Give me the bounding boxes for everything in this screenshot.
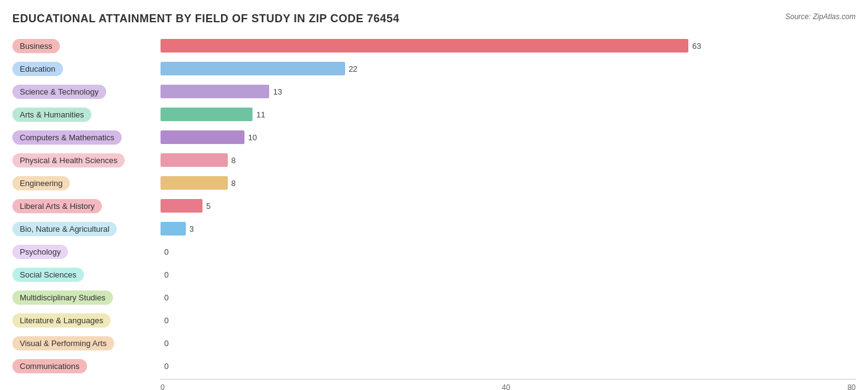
label-pill-communications: Communications — [12, 359, 87, 373]
bar-computers — [161, 130, 244, 144]
label-pill-science: Science & Technology — [12, 85, 106, 99]
label-container-arts-humanities: Arts & Humanities — [12, 108, 161, 122]
bar-value-bio: 3 — [190, 224, 194, 234]
bar-row-science: Science & Technology 13 — [12, 81, 856, 102]
label-container-visual: Visual & Performing Arts — [12, 336, 161, 350]
label-container-multidisciplinary: Multidisciplinary Studies — [12, 290, 161, 305]
x-axis: 04080 — [161, 379, 856, 390]
bar-container-bio: 3 — [161, 218, 856, 239]
bar-container-social: 0 — [161, 264, 856, 285]
bar-container-literature: 0 — [161, 310, 856, 331]
label-pill-social: Social Sciences — [12, 268, 84, 282]
bar-container-business: 63 — [161, 35, 856, 56]
bar-value-social: 0 — [164, 270, 169, 279]
chart-header: EDUCATIONAL ATTAINMENT BY FIELD OF STUDY… — [12, 12, 856, 25]
x-tick-80: 80 — [848, 383, 856, 390]
label-container-education: Education — [12, 62, 161, 76]
label-pill-computers: Computers & Mathematics — [12, 130, 122, 145]
label-container-engineering: Engineering — [12, 176, 161, 190]
bar-container-education: 22 — [161, 58, 856, 79]
bar-education — [161, 62, 345, 75]
bar-value-multidisciplinary: 0 — [164, 293, 169, 302]
bar-physical — [161, 153, 228, 167]
label-pill-literature: Literature & Languages — [12, 313, 111, 328]
bar-value-psychology: 0 — [164, 247, 169, 256]
bar-value-computers: 10 — [248, 133, 257, 142]
chart-title: EDUCATIONAL ATTAINMENT BY FIELD OF STUDY… — [12, 12, 399, 25]
bar-row-computers: Computers & Mathematics 10 — [12, 127, 856, 148]
bar-value-liberal: 5 — [206, 201, 211, 211]
bar-container-multidisciplinary: 0 — [161, 287, 856, 308]
bar-value-arts-humanities: 11 — [256, 110, 265, 119]
bar-container-visual: 0 — [161, 333, 856, 354]
chart-area: Business 63 Education 22 Science & Techn… — [12, 35, 856, 376]
bar-container-arts-humanities: 11 — [161, 104, 856, 125]
bar-container-communications: 0 — [161, 355, 856, 376]
bar-science — [161, 85, 269, 98]
label-container-communications: Communications — [12, 359, 161, 373]
label-pill-bio: Bio, Nature & Agricultural — [12, 222, 117, 236]
x-tick-0: 0 — [161, 383, 165, 390]
bar-row-visual: Visual & Performing Arts 0 — [12, 333, 856, 354]
bar-row-social: Social Sciences 0 — [12, 264, 856, 285]
bar-value-communications: 0 — [164, 362, 169, 371]
bar-row-literature: Literature & Languages 0 — [12, 310, 856, 331]
bar-value-literature: 0 — [164, 316, 169, 325]
label-container-social: Social Sciences — [12, 268, 161, 282]
bar-row-physical: Physical & Health Sciences 8 — [12, 150, 856, 171]
bar-business — [161, 39, 688, 53]
label-container-physical: Physical & Health Sciences — [12, 153, 161, 167]
bar-container-liberal: 5 — [161, 195, 856, 216]
bar-value-visual: 0 — [164, 339, 169, 348]
bar-row-psychology: Psychology 0 — [12, 241, 856, 262]
chart-source: Source: ZipAtlas.com — [785, 12, 856, 21]
label-pill-physical: Physical & Health Sciences — [12, 153, 125, 167]
bar-row-business: Business 63 — [12, 35, 856, 56]
bar-value-engineering: 8 — [232, 179, 236, 188]
label-pill-visual: Visual & Performing Arts — [12, 336, 114, 350]
bar-liberal — [161, 199, 202, 213]
bar-value-science: 13 — [273, 87, 282, 96]
label-container-business: Business — [12, 39, 161, 53]
bar-row-engineering: Engineering 8 — [12, 172, 856, 193]
label-pill-business: Business — [12, 39, 60, 53]
bar-row-liberal: Liberal Arts & History 5 — [12, 195, 856, 216]
label-container-bio: Bio, Nature & Agricultural — [12, 222, 161, 236]
bar-value-physical: 8 — [232, 156, 236, 165]
bar-arts-humanities — [161, 108, 252, 121]
bar-value-education: 22 — [349, 64, 357, 74]
label-container-science: Science & Technology — [12, 85, 161, 99]
bar-row-multidisciplinary: Multidisciplinary Studies 0 — [12, 287, 856, 308]
bar-container-science: 13 — [161, 81, 856, 102]
label-pill-arts-humanities: Arts & Humanities — [12, 108, 91, 122]
label-container-computers: Computers & Mathematics — [12, 130, 161, 145]
bar-engineering — [161, 176, 228, 190]
label-container-psychology: Psychology — [12, 245, 161, 259]
label-pill-education: Education — [12, 62, 63, 76]
bar-value-business: 63 — [692, 41, 701, 51]
label-pill-liberal: Liberal Arts & History — [12, 199, 102, 213]
bar-row-communications: Communications 0 — [12, 355, 856, 376]
bar-container-physical: 8 — [161, 150, 856, 171]
bar-container-psychology: 0 — [161, 241, 856, 262]
label-container-liberal: Liberal Arts & History — [12, 199, 161, 213]
label-pill-psychology: Psychology — [12, 245, 68, 259]
bar-row-education: Education 22 — [12, 58, 856, 79]
label-pill-engineering: Engineering — [12, 176, 70, 190]
label-pill-multidisciplinary: Multidisciplinary Studies — [12, 290, 113, 305]
label-container-literature: Literature & Languages — [12, 313, 161, 328]
bar-row-bio: Bio, Nature & Agricultural 3 — [12, 218, 856, 239]
x-tick-40: 40 — [502, 383, 510, 390]
bar-row-arts-humanities: Arts & Humanities 11 — [12, 104, 856, 125]
bar-container-computers: 10 — [161, 127, 856, 148]
chart-container: EDUCATIONAL ATTAINMENT BY FIELD OF STUDY… — [12, 12, 856, 390]
bar-container-engineering: 8 — [161, 172, 856, 193]
bar-bio — [161, 222, 186, 235]
